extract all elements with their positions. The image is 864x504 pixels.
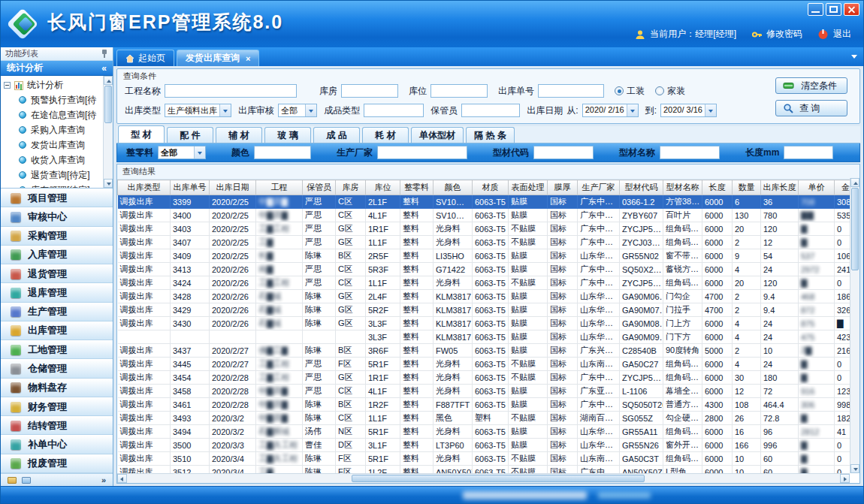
tree-scrollbar[interactable] [103,76,113,188]
overflow-chevron-icon[interactable] [101,475,106,484]
column-header[interactable]: 单价 [799,180,835,195]
profile-code-input[interactable] [533,146,594,159]
tree-item[interactable]: 收货入库查询 [4,152,101,167]
material-tab[interactable]: 成 品 [313,127,360,143]
table-row[interactable]: 调拨出库34372020/2/27佛▇工▇陈琳B区3R6F整料FW056063-… [118,344,850,358]
outbound-audit-select[interactable]: 全部 [278,104,317,117]
sidebar-item-return-store[interactable]: 退库管理 [1,283,113,302]
table-row[interactable]: 调拨出库35102020/3/4工▇共工程陈琳F区5R1F整料光身料6063-T… [118,452,850,466]
whole-piece-select[interactable]: 全部 [158,146,206,159]
material-tab[interactable]: 玻 璃 [264,127,311,143]
vertical-scrollbar[interactable] [850,178,859,473]
tab-list-dropdown-icon[interactable] [851,55,857,59]
tree-item[interactable]: 库存管理[待定] [4,183,101,189]
chevron-down-icon[interactable] [627,104,638,116]
column-header[interactable]: 保管员 [303,180,336,195]
table-row[interactable]: 调拨出库34292020/2/26石▇城陈琳G区5R2F整料KLM3817606… [118,303,850,317]
column-header[interactable]: 出库单号 [171,180,210,195]
table-row[interactable]: 调拨出库34092020/2/25长▇陈琳B区2R5F整料LI35HO6063-… [118,249,850,263]
sidebar-item-scrap[interactable]: 报废管理 [1,454,113,473]
folder-icon[interactable] [8,477,17,484]
table-row[interactable]: 调拨出库34032020/2/25工▇工程严思G区1R1F整料光身料6063-T… [118,222,850,236]
scroll-up-icon[interactable] [850,178,859,187]
table-row[interactable]: 调拨出库34302020/2/26石▇城陈琳G区3L3F整料KLM3817606… [118,317,850,330]
sidebar-item-inventory[interactable]: 物料盘存 [1,379,113,397]
column-header[interactable]: 数量 [733,180,761,195]
table-row[interactable]: 调拨出库34942020/3/2石▇辉城汤伟N区5R1F整料光身料6063-T5… [118,425,850,439]
scroll-right-icon[interactable] [840,474,850,483]
column-header[interactable]: 出库日期 [210,180,256,195]
column-header[interactable]: 出库长度 [761,180,799,195]
sidebar-item-finance-coin[interactable]: 财务管理 [1,397,113,416]
table-row[interactable]: 调拨出库34452020/2/27工▇工程严思F区5R1F整料光身料6063-T… [118,358,850,371]
tree-root[interactable]: 统计分析 [4,78,101,92]
close-button[interactable] [844,3,859,16]
scrollbar-thumb[interactable] [352,475,645,482]
scroll-down-icon[interactable] [104,179,113,188]
tree-item[interactable]: 发货出库查询 [4,137,101,152]
material-tab[interactable]: 配 件 [167,127,213,143]
horizontal-scrollbar[interactable] [117,473,850,483]
scrollbar-thumb[interactable] [851,188,859,270]
table-row[interactable]: 调拨出库34612020/2/28华▇原▇陈琳B区1R2F整料F887TFT60… [118,398,850,412]
radio-work-decoration[interactable] [615,86,624,95]
product-type-input[interactable] [364,104,424,117]
column-header[interactable]: 表面处理 [509,180,548,195]
table-row[interactable]: 调拨出库33992020/2/25华▇原▇严思C区2L1F整料SV10…6063… [118,195,850,209]
sidebar-item-inbound-arrow[interactable]: 入库管理 [1,246,113,264]
column-header[interactable]: 金 [835,180,850,195]
table-row[interactable]: 调拨出库34282020/2/26石▇城陈琳G区2L4F整料KLM3817606… [118,290,850,303]
column-header[interactable]: 工程 [256,180,303,195]
column-header[interactable]: 材质 [473,180,509,195]
maximize-button[interactable] [826,3,841,16]
chevron-down-icon[interactable] [305,104,316,116]
table-row[interactable]: 调拨出库34582020/2/28华▇原▇严思C区4L1F整料光身料6063-T… [118,385,850,398]
section-header-statistics[interactable]: 统计分析 « [1,61,113,76]
table-row[interactable]: 调拨出库34072020/2/25工▇严思G区1L1F整料光身料6063-T5不… [118,236,850,249]
scroll-down-icon[interactable] [850,464,859,473]
pin-icon[interactable] [101,49,108,59]
color-input[interactable] [254,146,311,159]
sidebar-item-audit[interactable]: 审核中心 [1,207,113,226]
chevron-down-icon[interactable] [194,146,205,158]
tab-home[interactable]: 起始页 [116,50,174,66]
logout-button[interactable]: 退出 [817,28,851,41]
scrollbar-thumb[interactable] [104,86,112,123]
radio-home-decoration[interactable] [655,86,664,95]
material-tab[interactable]: 型 材 [118,125,165,143]
column-header[interactable]: 膜厚 [548,180,578,195]
chevron-down-icon[interactable] [705,104,716,116]
clear-conditions-button[interactable]: 清空条件 [775,77,847,94]
tab-shipping-outbound-query[interactable]: 发货出库查询 × [177,50,259,66]
table-row[interactable]: 调拨出库34932020/3/2华▇原▇陈琳C区1L1F整料黑色塑料不贴膜国标湖… [118,412,850,425]
sidebar-item-construction-site[interactable]: 工地管理 [1,340,113,359]
order-no-input[interactable] [538,84,604,98]
tree-item[interactable]: 预警执行查询[待 [4,92,101,107]
column-header[interactable]: 型材代码 [620,180,663,195]
column-header[interactable]: 出库类型 [118,180,171,195]
keeper-input[interactable] [461,104,520,117]
material-tab[interactable]: 辅 材 [216,127,262,143]
material-tab[interactable]: 耗 材 [362,127,409,143]
scroll-up-icon[interactable] [104,76,113,85]
sidebar-item-briefcase[interactable]: 项目管理 [1,189,113,207]
column-header[interactable]: 长度 [702,180,733,195]
sidebar-item-order-plus[interactable]: 补单中心 [1,435,113,454]
warehouse-input[interactable] [341,84,398,98]
tree-expander-icon[interactable] [4,82,11,89]
table-row[interactable]: 调拨出库34542020/2/28工▇工程严思G区1R1F整料光身料6063-T… [118,371,850,385]
collapse-icon[interactable]: « [101,63,107,74]
sidebar-item-gear[interactable]: 生产管理 [1,303,113,321]
minimize-button[interactable] [808,3,823,16]
computer-icon[interactable] [22,477,31,484]
table-row[interactable]: 调拨出库34242020/2/26工▇工程严思C区1L1F整料光身料6063-T… [118,276,850,290]
date-from-picker[interactable]: 2020/ 2/16 [582,104,639,117]
change-password-button[interactable]: 修改密码 [751,28,802,41]
column-header[interactable]: 整零料 [400,180,434,195]
table-row[interactable]: 调拨出库35122020/3/4工▇陈琳F区1L2F整料AN50X50Z…606… [118,466,850,474]
sidebar-item-outbound-arrow[interactable]: 出库管理 [1,321,113,340]
column-header[interactable]: 库位 [366,180,400,195]
tree-item[interactable]: 在途信息查询[待 [4,107,101,122]
table-row[interactable]: 调拨出库35002020/3/3工▇共工程曹佳D区3L1F整料LT3P60606… [118,439,850,452]
tab-close-icon[interactable]: × [246,54,250,63]
